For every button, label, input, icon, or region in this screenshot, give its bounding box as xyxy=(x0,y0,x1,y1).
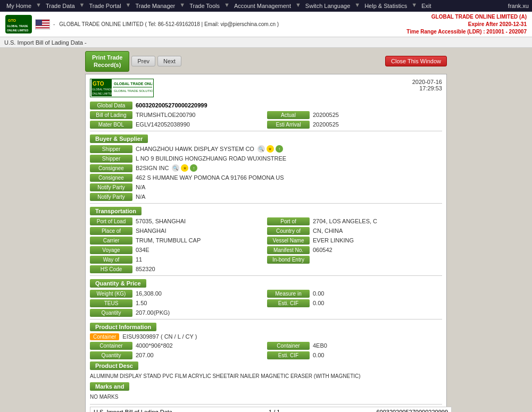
product-info-title: Product Information xyxy=(90,323,156,331)
teus-label: TEUS xyxy=(90,299,132,307)
teus-value: 1.50 xyxy=(136,300,147,306)
menu-exit[interactable]: Exit xyxy=(418,2,434,10)
country-value: CN, CHINA xyxy=(313,228,343,234)
shipper1-value: CHANGZHOU HAWK DISPLAY SYSTEM CO xyxy=(136,146,254,152)
menu-trade-portal[interactable]: Trade Portal xyxy=(86,2,124,10)
print-button[interactable]: Print TradeRecord(s) xyxy=(85,51,129,72)
header: GTO GLOBAL TRADE ONLINE LIMITED - GLOBAL… xyxy=(0,12,532,37)
svg-text:GLOBAL TRADE ONLINE LIMITED: GLOBAL TRADE ONLINE LIMITED xyxy=(114,82,153,86)
port-of-value: 2704, LOS ANGELES, C xyxy=(313,218,377,224)
voyage-half: Voyage 034E xyxy=(90,246,265,254)
voyage-label: Voyage xyxy=(90,246,132,254)
expire-date: Expire After 2020-12-31 xyxy=(406,21,527,28)
consignee2-label: Consignee xyxy=(90,174,132,182)
vessel-half: Vessel Name EVER LINKING xyxy=(267,237,442,245)
port-row: Port of Load 57035, SHANGHAI Port of 270… xyxy=(90,217,442,225)
menu-help-statistics[interactable]: Help & Statistics xyxy=(361,2,410,10)
menu-account-management[interactable]: Account Management xyxy=(231,2,294,10)
svg-text:GLOBAL TRADE: GLOBAL TRADE xyxy=(92,88,113,91)
header-right: GLOBAL TRADE ONLINE LIMITED (A) Expire A… xyxy=(406,13,527,36)
weight-label: Weight (KG) xyxy=(90,290,132,298)
hscode-value: 852320 xyxy=(136,266,155,272)
container1-value: EISU9309897 ( CN / L / CY ) xyxy=(122,333,197,340)
measure-value: 0.00 xyxy=(313,290,324,297)
menu-trade-data[interactable]: Trade Data xyxy=(43,2,78,10)
marks-header: Marks and xyxy=(90,382,442,391)
notify2-label: Notify Party xyxy=(90,193,132,201)
quantity-row: Quantity 207.00(PKG) xyxy=(90,309,442,317)
transportation-title: Transportation xyxy=(90,207,142,215)
notify2-value: N/A xyxy=(136,194,145,200)
bol-value: TRUMSHTLOE200790 xyxy=(136,112,196,118)
card-timestamp: 2020-07-16 17:29:53 xyxy=(412,79,442,91)
bol-right: Actual 20200525 xyxy=(267,111,442,119)
mater-bol-row: Mater BOL EGLV142052038990 Esti Arrival … xyxy=(90,121,442,129)
inbond-label: In-bond Entry xyxy=(267,256,310,264)
place-value: SHANGHAI xyxy=(136,228,166,234)
container1-label: Container xyxy=(90,333,119,340)
teus-cif-row: TEUS 1.50 Esti. CIF 0.00 xyxy=(90,299,442,307)
bol-label: Bill of Lading xyxy=(90,111,132,119)
svg-text:ONLINE LIMITED: ONLINE LIMITED xyxy=(92,92,113,95)
page-number: 1 / 1 xyxy=(269,409,280,412)
esti-cif-half: Esti. CIF 0.00 xyxy=(267,299,442,307)
shipper1-search-icon[interactable]: 🔍 xyxy=(257,145,265,153)
vessel-value: EVER LINKING xyxy=(313,237,354,243)
svg-text:GLOBAL TRADE: GLOBAL TRADE xyxy=(7,24,28,28)
voyage-manifest-row: Voyage 034E Manifest No. 060542 xyxy=(90,246,442,254)
prod-cif-label: Esti. CIF xyxy=(267,351,310,359)
top-button-bar: Print TradeRecord(s) Prev Next Close Thi… xyxy=(85,48,447,74)
flag-separator: - xyxy=(53,21,55,27)
carrier-vessel-row: Carrier TRUM, TRUMBULL CAP Vessel Name E… xyxy=(90,237,442,245)
prod-quantity-row: Quantity 207.00 Esti. CIF 0.00 xyxy=(90,351,442,359)
mater-bol-left: Mater BOL EGLV142052038990 xyxy=(90,121,265,129)
shipper1-row: Shipper CHANGZHOU HAWK DISPLAY SYSTEM CO… xyxy=(90,145,442,153)
actual-label: Actual xyxy=(267,111,310,119)
place-country-row: Place of SHANGHAI Country of CN, CHINA xyxy=(90,227,442,235)
next-button[interactable]: Next xyxy=(157,56,181,66)
port-load-value: 57035, SHANGHAI xyxy=(136,218,186,224)
consignee1-icons: 🔍 ★ ↑ xyxy=(172,164,197,172)
container3-label: Container xyxy=(267,342,310,350)
svg-rect-8 xyxy=(36,28,50,29)
page-info: U.S. Import Bill of Lading Data 1 / 1 60… xyxy=(90,407,452,412)
container2-value: 4000*906*802 xyxy=(136,342,173,349)
shipper1-star-icon[interactable]: ★ xyxy=(267,145,274,153)
shipper2-value: L NO 9 BUILDING HONGZHUANG ROAD WUXINSTR… xyxy=(136,155,286,162)
way-inbond-row: Way of 11 In-bond Entry xyxy=(90,256,442,264)
product-desc-header: Product Desc xyxy=(90,361,442,370)
shipper1-arrow-icon[interactable]: ↑ xyxy=(276,145,283,153)
buyer-supplier-header: Buyer & Supplier xyxy=(90,134,442,143)
mater-bol-value: EGLV142052038990 xyxy=(136,121,190,128)
consignee1-label: Consignee xyxy=(90,164,132,172)
close-button[interactable]: Close This Window xyxy=(385,56,447,66)
prev-button[interactable]: Prev xyxy=(131,56,155,66)
quantity-label: Quantity xyxy=(90,309,132,317)
prod-cif-value: 0.00 xyxy=(313,352,324,358)
consignee1-star-icon[interactable]: ★ xyxy=(181,164,188,172)
country-half: Country of CN, CHINA xyxy=(267,227,442,235)
container3-value: 4EB0 xyxy=(313,342,327,349)
menu-trade-tools[interactable]: Trade Tools xyxy=(186,2,223,10)
quantity-value: 207.00(PKG) xyxy=(136,309,170,316)
menu-my-home[interactable]: My Home xyxy=(3,2,35,10)
weight-value: 16,308.00 xyxy=(136,290,162,297)
shipper2-label: Shipper xyxy=(90,155,132,163)
consignee1-arrow-icon[interactable]: ↑ xyxy=(190,164,197,172)
menu-trade-manager[interactable]: Trade Manager xyxy=(132,2,178,10)
bol-row: Bill of Lading TRUMSHTLOE200790 Actual 2… xyxy=(90,111,442,119)
weight-half: Weight (KG) 16,308.00 xyxy=(90,290,265,298)
container2-left: Container 4000*906*802 xyxy=(90,342,265,350)
bol-left: Bill of Lading TRUMSHTLOE200790 xyxy=(90,111,265,119)
transportation-header: Transportation xyxy=(90,207,442,215)
way-half: Way of 11 xyxy=(90,256,265,264)
notify1-label: Notify Party xyxy=(90,183,132,191)
menubar: My Home ▼ Trade Data ▼ Trade Portal ▼ Tr… xyxy=(0,0,532,12)
way-value: 11 xyxy=(136,256,142,263)
product-desc-value: ALUMINUM DISPLAY STAND PVC FILM ACRYLIC … xyxy=(90,372,442,380)
carrier-label: Carrier xyxy=(90,237,132,245)
consignee1-search-icon[interactable]: 🔍 xyxy=(172,164,179,172)
esti-arrival-value: 20200525 xyxy=(313,121,339,128)
mater-bol-label: Mater BOL xyxy=(90,121,132,129)
menu-switch-language[interactable]: Switch Language xyxy=(302,2,353,10)
